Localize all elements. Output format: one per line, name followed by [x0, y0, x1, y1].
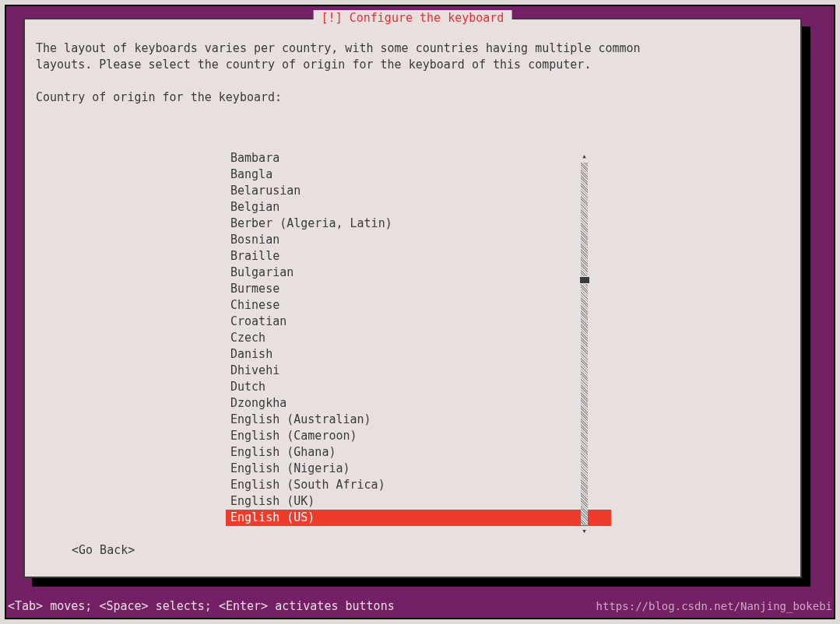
- key-hints: <Tab> moves; <Space> selects; <Enter> ac…: [8, 598, 395, 615]
- dialog-title: [!] Configure the keyboard: [314, 10, 512, 26]
- list-item[interactable]: Croatian: [226, 314, 611, 330]
- list-item[interactable]: Dzongkha: [226, 395, 611, 412]
- scroll-thumb[interactable]: [580, 277, 589, 283]
- list-item[interactable]: Danish: [226, 346, 611, 363]
- watermark-text: https://blog.csdn.net/Nanjing_bokebi: [596, 598, 832, 615]
- list-item[interactable]: Belarusian: [226, 183, 611, 199]
- scroll-track-lower[interactable]: [581, 284, 588, 525]
- list-item[interactable]: English (UK): [226, 493, 611, 510]
- list-scrollbar[interactable]: ▴ ▾: [581, 150, 588, 538]
- list-item[interactable]: English (South Africa): [226, 477, 611, 493]
- scroll-down-icon[interactable]: ▾: [581, 525, 588, 538]
- list-item[interactable]: English (Nigeria): [226, 461, 611, 477]
- list-item[interactable]: Bambara: [226, 150, 611, 167]
- list-item[interactable]: Dhivehi: [226, 363, 611, 379]
- dialog-description: The layout of keyboards varies per count…: [25, 19, 800, 73]
- hint-bar: <Tab> moves; <Space> selects; <Enter> ac…: [6, 598, 834, 615]
- scroll-track-upper[interactable]: [581, 163, 588, 276]
- list-item[interactable]: English (Ghana): [226, 444, 611, 461]
- list-item[interactable]: Bangla: [226, 167, 611, 183]
- list-item[interactable]: English (Australian): [226, 412, 611, 428]
- country-list[interactable]: BambaraBanglaBelarusianBelgianBerber (Al…: [226, 150, 611, 526]
- list-item[interactable]: Czech: [226, 330, 611, 346]
- prompt-label: Country of origin for the keyboard:: [25, 73, 800, 106]
- scroll-up-icon[interactable]: ▴: [581, 150, 588, 163]
- keyboard-config-dialog: [!] Configure the keyboard The layout of…: [23, 18, 802, 578]
- list-item[interactable]: Bulgarian: [226, 265, 611, 281]
- list-item[interactable]: Belgian: [226, 199, 611, 216]
- title-text: [!] Configure the keyboard: [322, 11, 504, 25]
- go-back-button[interactable]: <Go Back>: [72, 542, 135, 559]
- content-area: [!] Configure the keyboard The layout of…: [23, 18, 817, 591]
- list-item[interactable]: English (US): [226, 510, 611, 526]
- list-item[interactable]: Dutch: [226, 379, 611, 395]
- list-item[interactable]: Braille: [226, 248, 611, 265]
- list-item[interactable]: Bosnian: [226, 232, 611, 248]
- installer-frame: [!] Configure the keyboard The layout of…: [5, 5, 835, 619]
- list-item[interactable]: Berber (Algeria, Latin): [226, 216, 611, 232]
- list-item[interactable]: Chinese: [226, 297, 611, 314]
- list-item[interactable]: English (Cameroon): [226, 428, 611, 444]
- list-item[interactable]: Burmese: [226, 281, 611, 297]
